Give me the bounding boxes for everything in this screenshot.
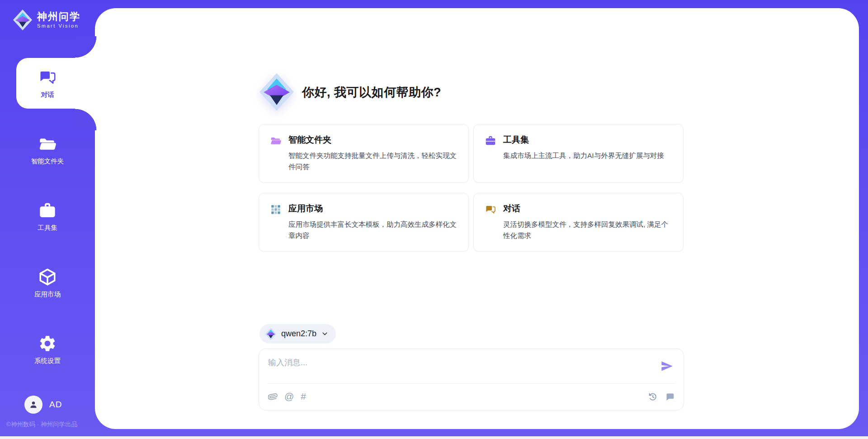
card-title: 智能文件夹 — [288, 134, 459, 146]
paperclip-icon — [268, 392, 278, 401]
attach-button[interactable] — [268, 390, 278, 403]
folder-icon — [270, 135, 282, 147]
briefcase-icon — [38, 201, 57, 220]
card-title: 工具集 — [503, 134, 674, 146]
avatar — [24, 396, 42, 414]
main-content-panel: 你好, 我可以如何帮助你? 智能文件夹 智能文件夹功能支持批量文件上传与清洗，轻… — [95, 8, 859, 429]
chat-bubble-icon — [665, 392, 675, 401]
chat-bubbles-icon — [485, 204, 496, 215]
composer-tools-left: @ # — [268, 390, 306, 403]
brand-name: 神州问学 — [37, 11, 80, 23]
quick-chat-button[interactable] — [665, 390, 675, 403]
mention-button[interactable]: @ — [284, 390, 294, 403]
sidebar-item-label: 应用市场 — [34, 290, 61, 299]
copyright-footer: ©神州数码 · 神州问学出品 — [6, 420, 95, 429]
card-description: 集成市场上主流工具，助力AI与外界无缝扩展与对接 — [503, 150, 674, 161]
sidebar-item-label: 智能文件夹 — [31, 157, 64, 166]
card-description: 灵活切换多模型文件，支持多样回复效果调试, 满足个性化需求 — [503, 219, 674, 241]
model-selector[interactable]: qwen2:7b — [259, 324, 336, 344]
cube-icon — [38, 267, 57, 286]
bottom-scrollbar-strip[interactable] — [0, 436, 868, 439]
brand: 神州问学 Smart Vision — [13, 9, 80, 31]
feature-cards: 智能文件夹 智能文件夹功能支持批量文件上传与清洗，轻松实现文件问答 工具集 集成… — [259, 124, 684, 252]
sidebar: 神州问学 Smart Vision 对话 智能文件夹 工具集 — [0, 0, 95, 439]
brand-subtitle: Smart Vision — [37, 23, 80, 29]
greeting-title: 你好, 我可以如何帮助你? — [302, 84, 441, 100]
composer-tools-right — [647, 390, 675, 403]
chevron-down-icon — [321, 330, 329, 338]
card-toolset[interactable]: 工具集 集成市场上主流工具，助力AI与外界无缝扩展与对接 — [473, 124, 684, 183]
brand-diamond-icon — [13, 9, 33, 31]
brand-diamond-icon — [259, 72, 295, 111]
composer: @ # — [259, 348, 684, 410]
sidebar-item-toolset[interactable]: 工具集 — [0, 191, 95, 242]
card-title: 应用市场 — [288, 203, 459, 215]
card-app-market[interactable]: 应用市场 应用市场提供丰富长文本模板，助力高效生成多样化文章内容 — [259, 193, 469, 252]
sidebar-item-app-market[interactable]: 应用市场 — [0, 258, 95, 308]
briefcase-icon — [485, 135, 496, 147]
message-input[interactable] — [268, 357, 643, 380]
model-diamond-icon — [265, 328, 277, 340]
model-name: qwen2:7b — [281, 329, 316, 339]
history-button[interactable] — [647, 390, 658, 403]
gear-icon — [38, 334, 57, 353]
folder-icon — [38, 134, 57, 153]
sidebar-item-chat[interactable]: 对话 — [0, 58, 95, 109]
card-description: 应用市场提供丰富长文本模板，助力高效生成多样化文章内容 — [288, 219, 459, 241]
grid-icon — [270, 204, 282, 215]
center-column: 你好, 我可以如何帮助你? 智能文件夹 智能文件夹功能支持批量文件上传与清洗，轻… — [259, 8, 685, 429]
sidebar-item-settings[interactable]: 系统设置 — [0, 324, 95, 375]
hashtag-button[interactable]: # — [301, 390, 306, 403]
card-description: 智能文件夹功能支持批量文件上传与清洗，轻松实现文件问答 — [288, 150, 459, 172]
card-smart-folder[interactable]: 智能文件夹 智能文件夹功能支持批量文件上传与清洗，轻松实现文件问答 — [259, 124, 469, 183]
person-icon — [28, 400, 38, 410]
user-account[interactable]: AD — [24, 396, 62, 414]
card-title: 对话 — [503, 203, 674, 215]
send-button[interactable] — [660, 360, 674, 373]
chat-bubbles-icon — [38, 68, 57, 87]
composer-divider — [267, 383, 675, 384]
sidebar-item-label: 对话 — [41, 91, 54, 99]
user-initials: AD — [49, 400, 62, 410]
card-chat[interactable]: 对话 灵活切换多模型文件，支持多样回复效果调试, 满足个性化需求 — [473, 193, 684, 252]
history-clock-icon — [647, 391, 658, 402]
send-plane-icon — [660, 360, 673, 372]
sidebar-item-label: 工具集 — [38, 224, 57, 232]
sidebar-item-label: 系统设置 — [34, 357, 61, 365]
sidebar-item-smart-folder[interactable]: 智能文件夹 — [0, 124, 95, 175]
